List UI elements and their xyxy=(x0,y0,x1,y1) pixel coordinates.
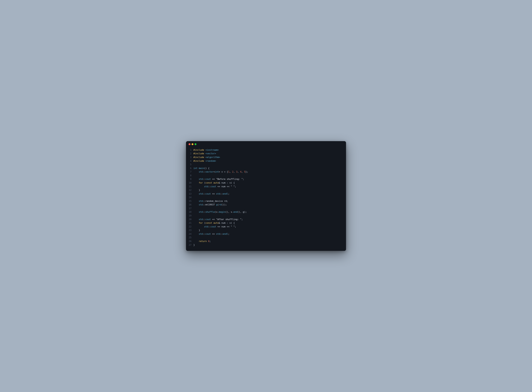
code-line: 5 xyxy=(186,163,346,167)
code-line: 4#include <random> xyxy=(186,159,346,163)
line-number: 22 xyxy=(186,225,193,229)
code-line: 27} xyxy=(186,243,346,247)
line-number: 18 xyxy=(186,210,193,214)
code-line: 20 std::cout << "After shuffling: "; xyxy=(186,218,346,221)
code-line: 18 std::shuffle(v.begin(), v.end(), g); xyxy=(186,210,346,214)
code-content[interactable]: std::cout << "After shuffling: "; xyxy=(193,218,346,221)
code-line: 10 for (const auto& num : v) { xyxy=(186,181,346,185)
code-content[interactable]: std::cout << std::endl; xyxy=(193,192,346,196)
code-content[interactable]: return 0; xyxy=(193,240,346,243)
code-editor[interactable]: 1#include <iostream>2#include <vector>3#… xyxy=(186,147,346,251)
code-content[interactable]: std::shuffle(v.begin(), v.end(), g); xyxy=(193,210,346,214)
code-content[interactable]: std::mt19937 g(rd()); xyxy=(193,203,346,207)
line-number: 12 xyxy=(186,188,193,192)
code-content[interactable]: #include <random> xyxy=(193,159,346,163)
code-content[interactable]: } xyxy=(193,188,346,192)
code-content[interactable] xyxy=(193,196,346,199)
line-number: 27 xyxy=(186,243,193,247)
code-content[interactable] xyxy=(193,163,346,167)
code-line: 9 std::cout << "Before shuffling: "; xyxy=(186,177,346,181)
code-line: 7 std::vector<int> v = {1, 2, 3, 4, 5}; xyxy=(186,170,346,174)
code-line: 17 xyxy=(186,207,346,210)
code-content[interactable]: } xyxy=(193,243,346,247)
code-line: 11 std::cout << num << " "; xyxy=(186,185,346,189)
line-number: 26 xyxy=(186,240,193,243)
minimize-icon[interactable] xyxy=(191,143,193,145)
line-number: 13 xyxy=(186,192,193,196)
code-line: 3#include <algorithm> xyxy=(186,156,346,159)
code-window: 1#include <iostream>2#include <vector>3#… xyxy=(186,141,346,251)
line-number: 8 xyxy=(186,174,193,177)
code-content[interactable]: std::random_device rd; xyxy=(193,199,346,203)
code-content[interactable] xyxy=(193,214,346,218)
line-number: 25 xyxy=(186,236,193,240)
line-number: 17 xyxy=(186,207,193,210)
code-line: 14 xyxy=(186,196,346,199)
line-number: 9 xyxy=(186,177,193,181)
code-content[interactable] xyxy=(193,236,346,240)
code-line: 26 return 0; xyxy=(186,240,346,243)
code-content[interactable]: std::cout << std::endl; xyxy=(193,232,346,236)
line-number: 20 xyxy=(186,218,193,221)
line-number: 5 xyxy=(186,163,193,167)
line-number: 1 xyxy=(186,148,193,152)
code-content[interactable]: for (const auto& num : v) { xyxy=(193,181,346,185)
code-line: 25 xyxy=(186,236,346,240)
line-number: 6 xyxy=(186,167,193,170)
line-number: 24 xyxy=(186,232,193,236)
code-line: 2#include <vector> xyxy=(186,152,346,156)
maximize-icon[interactable] xyxy=(195,143,196,145)
code-content[interactable] xyxy=(193,174,346,177)
line-number: 19 xyxy=(186,214,193,218)
code-content[interactable]: std::cout << "Before shuffling: "; xyxy=(193,177,346,181)
code-content[interactable]: std::vector<int> v = {1, 2, 3, 4, 5}; xyxy=(193,170,346,174)
line-number: 21 xyxy=(186,221,193,225)
line-number: 23 xyxy=(186,229,193,232)
code-line: 1#include <iostream> xyxy=(186,148,346,152)
code-line: 13 std::cout << std::endl; xyxy=(186,192,346,196)
line-number: 15 xyxy=(186,199,193,203)
code-line: 24 std::cout << std::endl; xyxy=(186,232,346,236)
code-content[interactable] xyxy=(193,207,346,210)
line-number: 2 xyxy=(186,152,193,156)
line-number: 14 xyxy=(186,196,193,199)
code-line: 21 for (const auto& num : v) { xyxy=(186,221,346,225)
code-content[interactable]: for (const auto& num : v) { xyxy=(193,221,346,225)
titlebar xyxy=(186,141,346,147)
code-content[interactable]: #include <iostream> xyxy=(193,148,346,152)
code-line: 22 std::cout << num << " "; xyxy=(186,225,346,229)
line-number: 11 xyxy=(186,185,193,189)
code-line: 19 xyxy=(186,214,346,218)
code-line: 6int main() { xyxy=(186,167,346,170)
line-number: 16 xyxy=(186,203,193,207)
code-line: 12 } xyxy=(186,188,346,192)
code-content[interactable]: #include <algorithm> xyxy=(193,156,346,159)
code-content[interactable]: std::cout << num << " "; xyxy=(193,185,346,189)
line-number: 4 xyxy=(186,159,193,163)
code-line: 8 xyxy=(186,174,346,177)
line-number: 3 xyxy=(186,156,193,159)
code-content[interactable]: } xyxy=(193,229,346,232)
close-icon[interactable] xyxy=(189,143,191,145)
code-content[interactable]: std::cout << num << " "; xyxy=(193,225,346,229)
code-line: 15 std::random_device rd; xyxy=(186,199,346,203)
code-line: 23 } xyxy=(186,229,346,232)
code-content[interactable]: int main() { xyxy=(193,167,346,170)
code-line: 16 std::mt19937 g(rd()); xyxy=(186,203,346,207)
code-content[interactable]: #include <vector> xyxy=(193,152,346,156)
line-number: 10 xyxy=(186,181,193,185)
line-number: 7 xyxy=(186,170,193,174)
